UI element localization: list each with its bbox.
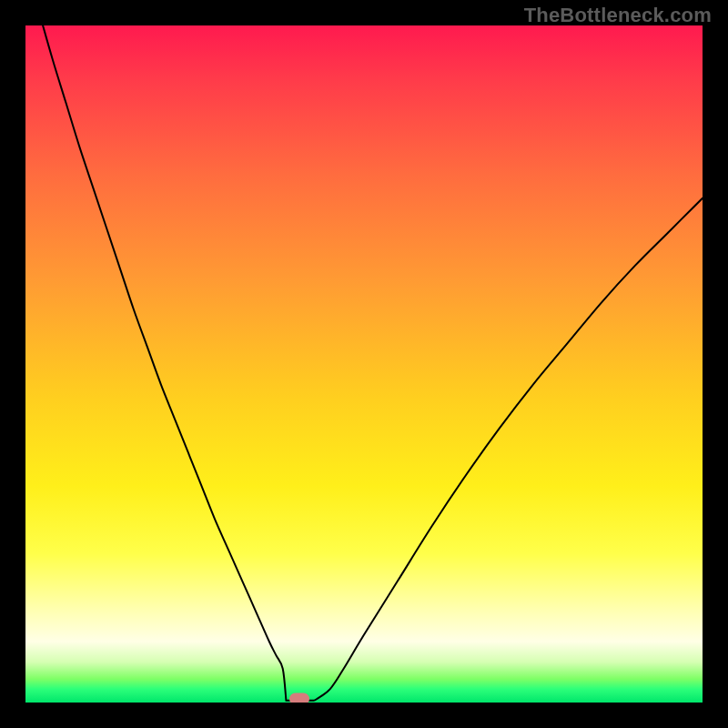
- bottleneck-curve: [25, 25, 703, 703]
- plot-area: [25, 25, 703, 703]
- watermark-text: TheBottleneck.com: [524, 4, 712, 27]
- optimum-marker: [289, 693, 309, 703]
- chart-frame: TheBottleneck.com: [0, 0, 728, 728]
